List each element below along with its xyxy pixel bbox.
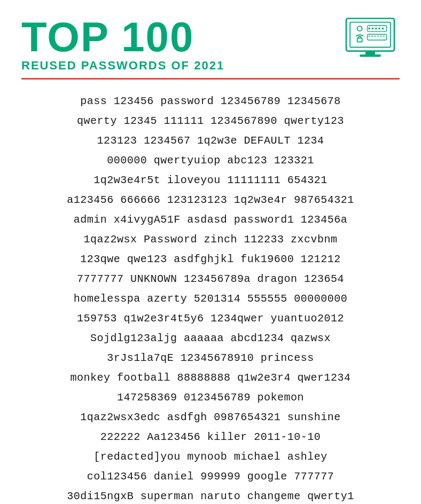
password-line: 123123 1234567 1q2w3e DEFAULT 1234 bbox=[21, 131, 400, 151]
password-line: monkey football 88888888 q1w2e3r4 qwer12… bbox=[21, 368, 400, 388]
main-title: TOP 100 bbox=[21, 16, 224, 58]
password-line: 3rJs1la7qE 12345678910 princess bbox=[21, 348, 400, 368]
passwords-container: pass 123456 password 123456789 12345678q… bbox=[21, 91, 400, 504]
svg-rect-3 bbox=[360, 54, 381, 57]
password-line: Sojdlg123aljg aaaaaa abcd1234 qazwsx bbox=[21, 328, 400, 348]
password-line: 1qaz2wsx Password zinch 112233 zxcvbnm bbox=[21, 230, 400, 249]
svg-point-7 bbox=[372, 28, 374, 30]
subtitle: REUSED PASSWORDS OF 2021 bbox=[21, 59, 224, 73]
password-line: 7777777 UNKNOWN 123456789a dragon 123654 bbox=[21, 269, 400, 289]
password-line: qwerty 12345 111111 1234567890 qwerty123 bbox=[21, 111, 400, 131]
password-line: 147258369 0123456789 pokemon bbox=[21, 388, 400, 407]
password-line: 1qaz2wsx3edc asdfgh 0987654321 sunshine bbox=[21, 407, 400, 427]
svg-point-4 bbox=[357, 26, 362, 31]
svg-rect-5 bbox=[357, 38, 362, 42]
svg-point-8 bbox=[375, 28, 377, 30]
svg-point-6 bbox=[368, 28, 370, 30]
svg-text:******: ****** bbox=[368, 35, 386, 40]
divider bbox=[21, 78, 400, 80]
svg-point-9 bbox=[378, 28, 380, 30]
header: TOP 100 REUSED PASSWORDS OF 2021 bbox=[21, 16, 400, 73]
password-line: admin x4ivygA51F asdasd password1 123456… bbox=[21, 210, 400, 230]
monitor-icon: ****** bbox=[341, 16, 400, 67]
password-line: homelesspa azerty 5201314 555555 0000000… bbox=[21, 289, 400, 309]
password-line: 1q2w3e4r5t iloveyou 11111111 654321 bbox=[21, 170, 400, 190]
password-line: 222222 Aa123456 killer 2011-10-10 bbox=[21, 427, 400, 447]
password-line: 30di15ngxB superman naruto changeme qwer… bbox=[21, 486, 400, 504]
password-line: 159753 q1w2e3r4t5y6 1234qwer yuantuo2012 bbox=[21, 309, 400, 328]
password-line: [redacted]you mynoob michael ashley bbox=[21, 447, 400, 467]
svg-rect-2 bbox=[365, 51, 375, 55]
svg-point-10 bbox=[382, 28, 384, 30]
password-line: col123456 daniel 999999 google 777777 bbox=[21, 467, 400, 486]
password-line: a123456 666666 123123123 1q2w3e4r 987654… bbox=[21, 190, 400, 210]
password-line: 000000 qwertyuiop abc123 123321 bbox=[21, 151, 400, 170]
password-line: pass 123456 password 123456789 12345678 bbox=[21, 91, 400, 111]
password-line: 123qwe qwe123 asdfghjkl fuk19600 121212 bbox=[21, 249, 400, 269]
title-block: TOP 100 REUSED PASSWORDS OF 2021 bbox=[21, 16, 224, 73]
